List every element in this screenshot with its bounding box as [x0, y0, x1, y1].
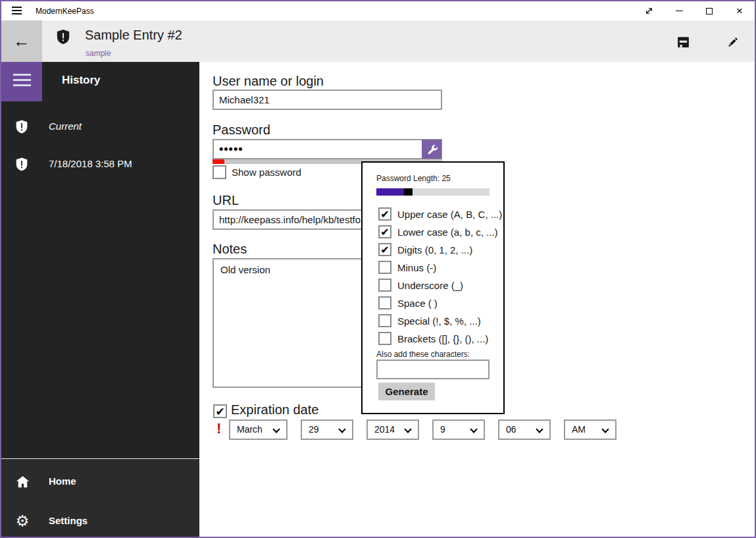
option-row-digits: ✔ Digits (0, 1, 2, ...) [363, 243, 506, 256]
edit-button[interactable] [717, 26, 748, 57]
username-label: User name or login [213, 74, 324, 89]
minute-dropdown[interactable]: 06 [498, 419, 551, 440]
show-password-label: Show password [232, 167, 301, 178]
sidebar-section-title: History [62, 74, 101, 87]
title-bar: ModernKeePass × [1, 1, 755, 20]
option-row-space: Space ( ) [363, 296, 506, 309]
save-button[interactable] [667, 26, 699, 57]
shield-icon [15, 157, 28, 172]
sidebar-item-label: 7/18/2018 3:58 PM [49, 158, 132, 169]
entry-title: Sample Entry #2 [85, 28, 182, 43]
password-generator-button[interactable] [422, 140, 441, 159]
window-controls: × [634, 1, 755, 20]
close-button[interactable]: × [724, 1, 755, 20]
chevron-down-icon [272, 425, 280, 433]
month-dropdown[interactable]: March [229, 419, 288, 440]
brackets-checkbox[interactable] [378, 332, 391, 345]
expiration-checkbox[interactable]: ✔ [213, 404, 227, 418]
chevron-down-icon [404, 425, 411, 433]
username-input[interactable] [213, 90, 442, 110]
ampm-dropdown[interactable]: AM [564, 419, 617, 440]
notes-label: Notes [213, 242, 247, 257]
special-checkbox[interactable] [378, 314, 391, 327]
maximize-icon [706, 8, 713, 14]
also-add-label: Also add these characters: [376, 350, 470, 359]
chevron-down-icon [338, 425, 345, 433]
option-row-uppercase: ✔ Upper case (A, B, C, ...) [363, 207, 506, 221]
entry-header: ← Sample Entry #2 sample [1, 20, 755, 62]
day-dropdown[interactable]: 29 [301, 419, 353, 440]
checkmark-icon: ✔ [380, 227, 390, 238]
url-label: URL [213, 193, 239, 208]
save-icon [676, 35, 690, 49]
sidebar-item-label: Current [49, 121, 82, 132]
home-icon [14, 473, 30, 489]
checkmark-icon: ✔ [214, 406, 226, 418]
show-password-checkbox[interactable] [213, 165, 226, 179]
uppercase-checkbox[interactable]: ✔ [378, 207, 391, 221]
entry-group-link[interactable]: sample [86, 49, 111, 58]
minimize-button[interactable] [664, 1, 694, 20]
expiration-label: Expiration date [231, 402, 318, 417]
sidebar-item-current[interactable]: Current [1, 112, 199, 141]
app-window: ModernKeePass × ← Sample Ent [0, 0, 756, 538]
sidebar-item-settings[interactable]: ⚙ Settings [1, 506, 199, 535]
sidebar-item-label: Home [49, 475, 76, 487]
password-field [213, 139, 442, 159]
option-row-underscore: Underscore (_) [363, 279, 506, 292]
back-button[interactable]: ← [1, 20, 42, 62]
underscore-checkbox[interactable] [378, 279, 391, 292]
sidebar-item-history-date[interactable]: 7/18/2018 3:58 PM [1, 149, 199, 178]
pencil-icon [726, 35, 740, 49]
lowercase-checkbox[interactable]: ✔ [378, 225, 391, 238]
shield-icon [56, 29, 70, 45]
option-row-minus: Minus (-) [363, 261, 506, 274]
year-dropdown[interactable]: 2014 [366, 419, 419, 440]
sidebar-item-home[interactable]: Home [1, 467, 199, 496]
space-checkbox[interactable] [378, 296, 391, 309]
fullscreen-button[interactable] [634, 1, 664, 20]
minus-checkbox[interactable] [378, 261, 391, 274]
sidebar-item-label: Settings [49, 515, 88, 526]
slider-thumb[interactable] [404, 188, 413, 196]
minimize-icon [676, 11, 683, 12]
checkmark-icon: ✔ [380, 244, 390, 256]
password-length-slider[interactable] [376, 188, 490, 196]
close-icon: × [736, 5, 743, 16]
password-generator-popup: Password Length: 25 ✔ Upper case (A, B, … [361, 161, 505, 414]
nav-hamburger-button[interactable] [1, 62, 42, 101]
sidebar-footer: Home ⚙ Settings [1, 458, 199, 538]
app-title: ModernKeePass [36, 7, 94, 16]
option-row-brackets: Brackets ([], {}, (), ...) [363, 332, 506, 345]
shield-icon [15, 119, 28, 134]
diagonal-resize-icon [644, 6, 654, 16]
chevron-down-icon [470, 425, 477, 433]
also-add-input[interactable] [376, 360, 490, 379]
password-length-label: Password Length: 25 [376, 174, 451, 183]
gear-icon: ⚙ [14, 513, 30, 529]
password-strength-fill [213, 159, 224, 164]
digits-checkbox[interactable]: ✔ [378, 243, 391, 256]
wrench-icon [426, 144, 438, 155]
option-row-lowercase: ✔ Lower case (a, b, c, ...) [363, 225, 506, 238]
titlebar-hamburger-icon[interactable] [12, 7, 22, 15]
chevron-down-icon [536, 425, 543, 433]
hour-dropdown[interactable]: 9 [432, 419, 485, 440]
history-sidebar: History Current 7/18/2018 3:58 PM [1, 62, 199, 538]
option-row-special: Special (!, $, %, ...) [363, 314, 506, 327]
expired-warning-icon: ! [216, 420, 221, 437]
hamburger-icon [13, 74, 31, 76]
chevron-down-icon [601, 425, 609, 433]
checkmark-icon: ✔ [380, 209, 390, 221]
password-input[interactable] [214, 140, 421, 158]
password-label: Password [213, 122, 270, 138]
generate-button[interactable]: Generate [378, 383, 435, 400]
slider-fill [376, 188, 404, 196]
maximize-button[interactable] [694, 1, 724, 20]
